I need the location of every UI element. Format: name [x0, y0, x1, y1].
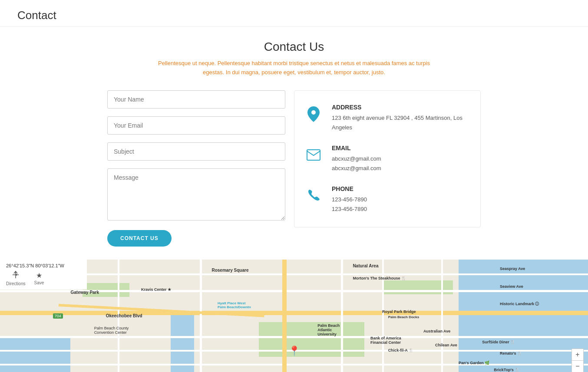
directions-button[interactable]: Directions	[6, 271, 25, 286]
zoom-out-button[interactable]: −	[572, 361, 583, 372]
map-label-chilean: Chilean Ave	[435, 343, 457, 347]
map-label-kravis: Kravis Center ★	[141, 287, 171, 292]
map-road-badge-704: 704	[53, 313, 63, 319]
map-marker: 📍	[288, 346, 300, 357]
section-subtitle: Pellentesque ut neque. Pellentesque habi…	[155, 59, 433, 77]
email-icon	[303, 145, 324, 165]
subject-input[interactable]	[107, 142, 285, 161]
map-label-pans-garden: Pan's Garden 🌿	[459, 361, 489, 365]
map-info-box: 26°42'15.3"N 80°03'12.1"W Directions ★ S…	[0, 260, 87, 290]
map-label-chick: Chick-fil-A 🍴	[388, 348, 413, 352]
address-block: ADDRESS 123 6th eight avenue FL 32904 , …	[303, 104, 467, 132]
map-label-hyatt: Hyatt Place WestPalm Beach/Downtn	[218, 301, 251, 309]
fake-map: Rosemary Square Gateway Park Okeechobee …	[0, 260, 588, 372]
zoom-in-button[interactable]: +	[572, 349, 583, 360]
map-label-surfside: SurfSide Diner 🍴	[482, 340, 515, 344]
address-value: 123 6th eight avenue FL 32904 , 455 Mart…	[332, 113, 467, 132]
map-label-rosemary: Rosemary Square	[211, 268, 248, 273]
map-actions: Directions ★ Save	[6, 271, 81, 286]
save-button[interactable]: ★ Save	[34, 271, 44, 285]
page-title: Contact	[17, 9, 571, 22]
map-label-australian: Australian Ave	[423, 329, 450, 333]
map-label-university: Palm BeachAtlanticUniversity	[317, 323, 340, 336]
map-label-seaview: Seaview Ave	[500, 284, 523, 289]
main-content: Contact Us Pellentesque ut neque. Pellen…	[0, 27, 588, 247]
map-label-morton: Morton's The Steakhouse 🍴	[353, 276, 406, 280]
page-title-area: Contact	[0, 0, 588, 27]
address-text: ADDRESS 123 6th eight avenue FL 32904 , …	[332, 104, 467, 132]
phone-value-1: 123-456-7890	[332, 195, 367, 204]
phone-label: PHONE	[332, 185, 367, 192]
map-area: 26°42'15.3"N 80°03'12.1"W Directions ★ S…	[0, 260, 588, 372]
email-text: EMAIL abcxuz@gmail.com abcxuz@gmail.com	[332, 145, 381, 173]
submit-button[interactable]: CONTACT US	[107, 230, 172, 247]
address-label: ADDRESS	[332, 104, 467, 111]
location-icon	[303, 104, 324, 125]
contact-form: CONTACT US	[107, 90, 285, 247]
map-label-natural: Natural Area	[353, 263, 378, 268]
map-label-convention: Palm Beach CountyConvention Center	[94, 326, 129, 335]
name-input[interactable]	[107, 90, 285, 109]
map-label-palm-beach-docks: Palm Beach Docks	[388, 315, 420, 319]
map-zoom-controls: + −	[571, 349, 584, 372]
map-label-seaspray: Seaspray Ave	[500, 267, 525, 271]
contact-info-panel: ADDRESS 123 6th eight avenue FL 32904 , …	[294, 90, 481, 228]
phone-block: PHONE 123-456-7890 123-456-7890	[303, 185, 467, 214]
save-label: Save	[34, 280, 44, 285]
phone-text: PHONE 123-456-7890 123-456-7890	[332, 185, 367, 214]
phone-value-2: 123-456-7890	[332, 204, 367, 214]
map-coords: 26°42'15.3"N 80°03'12.1"W	[6, 263, 81, 268]
map-label-gateway: Gateway Park	[70, 290, 99, 295]
map-label-renato: Renato's 🍴	[500, 351, 522, 356]
map-label-historic: Historic Landmark ⓘ	[500, 301, 539, 307]
map-label-okeechobee: Okeechobee Blvd	[106, 313, 142, 318]
email-block: EMAIL abcxuz@gmail.com abcxuz@gmail.com	[303, 145, 467, 173]
map-label-bricktop: BrickTop's 🍴	[494, 368, 519, 372]
map-label-bridge: Royal Park Bridge	[382, 309, 416, 314]
save-icon: ★	[36, 271, 42, 280]
email-value-2: abcxuz@gmail.com	[332, 164, 381, 173]
phone-icon	[303, 185, 324, 206]
map-label-bank: Bank of AmericaFinancial Center	[370, 336, 401, 345]
message-input[interactable]	[107, 168, 285, 221]
directions-label: Directions	[6, 281, 25, 286]
email-label: EMAIL	[332, 145, 381, 151]
directions-icon	[12, 271, 19, 280]
email-value-1: abcxuz@gmail.com	[332, 154, 381, 164]
email-input[interactable]	[107, 116, 285, 135]
section-heading: Contact Us	[17, 40, 571, 54]
contact-row: CONTACT US ADDRESS 123 6th eight avenue …	[107, 90, 481, 247]
